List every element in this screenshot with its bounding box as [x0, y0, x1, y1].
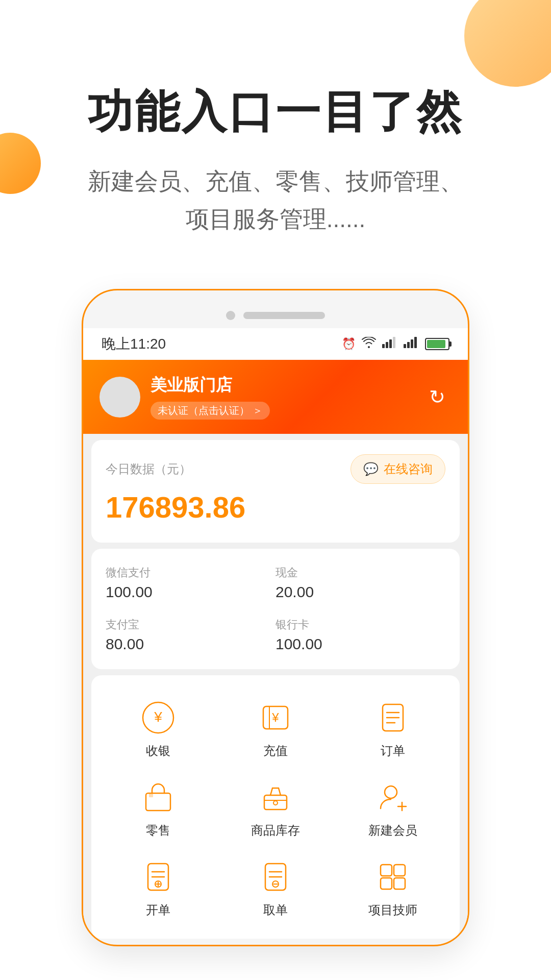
svg-rect-3 — [393, 337, 395, 348]
wifi-icon — [362, 337, 376, 351]
phone-mockup-container: 晚上11:20 ⏰ — [0, 268, 551, 980]
function-label-open-order: 开单 — [146, 902, 170, 918]
svg-rect-0 — [382, 344, 385, 348]
status-icons: ⏰ — [342, 337, 449, 351]
badge-text: 未认证（点击认证） — [158, 404, 249, 418]
function-label-cancel-order: 取单 — [263, 902, 288, 918]
sub-title-line1: 新建会员、充值、零售、技师管理、 — [88, 168, 463, 194]
phone-content: 晚上11:20 ⏰ — [83, 328, 468, 939]
function-label-recharge: 充值 — [263, 743, 288, 759]
function-label-inventory: 商品库存 — [251, 822, 300, 839]
retail-icon — [140, 779, 176, 815]
svg-rect-5 — [407, 342, 410, 348]
store-name: 美业版门店 — [151, 374, 270, 397]
chat-icon: 💬 — [363, 462, 379, 476]
function-item-recharge[interactable]: ¥ 充值 — [217, 690, 334, 769]
svg-rect-4 — [404, 344, 406, 348]
payment-value-wechat: 100.00 — [106, 583, 276, 601]
function-item-order[interactable]: 订单 — [334, 690, 452, 769]
status-time: 晚上11:20 — [102, 334, 166, 354]
svg-rect-36 — [394, 865, 405, 876]
svg-rect-35 — [381, 865, 392, 876]
payment-label-bank: 银行卡 — [276, 617, 445, 632]
main-title: 功能入口一目了然 — [41, 82, 510, 142]
payment-item-alipay: 支付宝 80.00 — [106, 611, 276, 659]
phone-pill — [243, 312, 325, 319]
function-item-new-member[interactable]: 新建会员 — [334, 769, 452, 849]
sub-title: 新建会员、充值、零售、技师管理、 项目服务管理...... — [41, 163, 510, 238]
function-item-retail[interactable]: 零售 — [99, 769, 217, 849]
svg-text:¥: ¥ — [271, 710, 279, 724]
function-grid: ¥ 收银 ¥ 充值 — [99, 690, 452, 928]
open-order-icon — [140, 859, 176, 895]
svg-text:¥: ¥ — [154, 709, 162, 725]
function-label-order: 订单 — [381, 743, 405, 759]
data-card: 今日数据（元） 💬 在线咨询 176893.86 — [91, 440, 460, 543]
new-member-icon — [375, 779, 411, 815]
consult-text: 在线咨询 — [384, 461, 433, 477]
payment-item-bank: 银行卡 100.00 — [276, 611, 445, 659]
data-label: 今日数据（元） — [106, 461, 191, 477]
payment-grid: 微信支付 100.00 现金 20.00 支付宝 80.00 银行卡 100.0… — [91, 549, 460, 669]
alarm-icon: ⏰ — [342, 337, 356, 351]
payment-label-alipay: 支付宝 — [106, 617, 276, 632]
svg-point-21 — [385, 786, 397, 798]
function-card: ¥ 收银 ¥ 充值 — [91, 675, 460, 939]
status-bar: 晚上11:20 ⏰ — [83, 328, 468, 360]
payment-item-cash: 现金 20.00 — [276, 559, 445, 607]
big-number: 176893.86 — [106, 490, 445, 524]
battery-icon — [425, 338, 449, 350]
online-consult-button[interactable]: 💬 在线咨询 — [350, 454, 445, 484]
cashier-icon: ¥ — [140, 700, 176, 736]
phone-top-bar — [83, 306, 468, 328]
svg-rect-1 — [386, 342, 388, 348]
badge-arrow: ＞ — [253, 404, 263, 418]
function-item-inventory[interactable]: 商品库存 — [217, 769, 334, 849]
function-item-project-tech[interactable]: 项目技师 — [334, 849, 452, 928]
sub-title-line2: 项目服务管理...... — [186, 206, 366, 232]
store-info: 美业版门店 未认证（点击认证） ＞ — [151, 374, 270, 420]
signal-icon2 — [404, 337, 419, 351]
payment-value-cash: 20.00 — [276, 583, 445, 601]
function-item-cashier[interactable]: ¥ 收银 — [99, 690, 217, 769]
function-item-cancel-order[interactable]: 取单 — [217, 849, 334, 928]
function-label-new-member: 新建会员 — [368, 822, 417, 839]
store-badge[interactable]: 未认证（点击认证） ＞ — [151, 402, 270, 420]
recharge-icon: ¥ — [258, 700, 293, 736]
svg-rect-18 — [149, 793, 153, 797]
svg-rect-6 — [411, 339, 413, 348]
store-avatar — [99, 377, 140, 418]
function-label-retail: 零售 — [146, 822, 170, 839]
store-left: 美业版门店 未认证（点击认证） ＞ — [99, 374, 270, 420]
function-label-cashier: 收银 — [146, 743, 170, 759]
svg-rect-2 — [389, 339, 392, 348]
function-label-project-tech: 项目技师 — [368, 902, 417, 918]
inventory-icon — [258, 779, 293, 815]
signal-icon — [382, 337, 397, 351]
svg-point-20 — [273, 801, 278, 805]
refresh-icon: ↻ — [429, 386, 445, 408]
data-card-header: 今日数据（元） 💬 在线咨询 — [106, 454, 445, 484]
phone-dot — [226, 311, 235, 320]
store-refresh-button[interactable]: ↻ — [423, 383, 452, 411]
payment-label-cash: 现金 — [276, 565, 445, 580]
order-icon — [375, 700, 411, 736]
project-tech-icon — [375, 859, 411, 895]
payment-item-wechat: 微信支付 100.00 — [106, 559, 276, 607]
payment-value-alipay: 80.00 — [106, 635, 276, 653]
battery-fill — [427, 340, 445, 348]
phone-mockup: 晚上11:20 ⏰ — [82, 289, 469, 946]
function-item-open-order[interactable]: 开单 — [99, 849, 217, 928]
payment-label-wechat: 微信支付 — [106, 565, 276, 580]
svg-rect-37 — [381, 878, 392, 889]
store-header: 美业版门店 未认证（点击认证） ＞ ↻ — [83, 360, 468, 434]
svg-rect-7 — [414, 337, 417, 348]
svg-rect-19 — [264, 795, 287, 810]
cancel-order-icon — [258, 859, 293, 895]
payment-value-bank: 100.00 — [276, 635, 445, 653]
svg-rect-38 — [394, 878, 405, 889]
